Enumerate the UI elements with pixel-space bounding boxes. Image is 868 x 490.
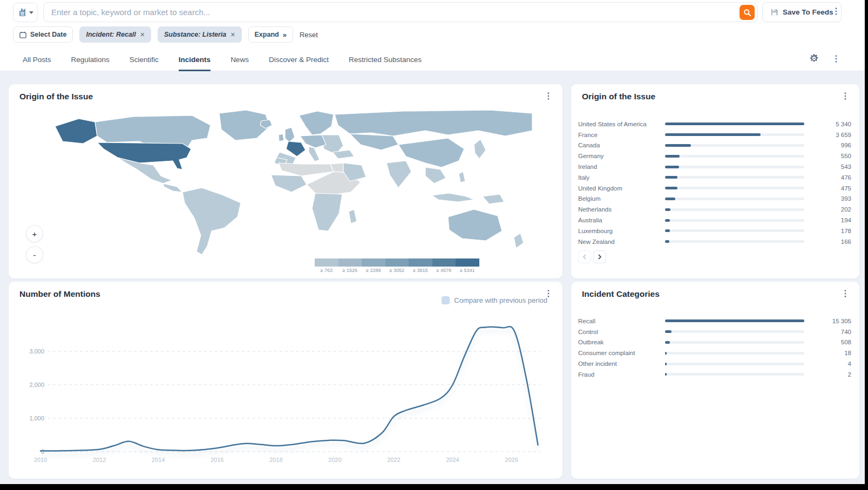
reset-filters-link[interactable]: Reset <box>300 31 318 39</box>
country-value: 194 <box>804 217 851 223</box>
central-asia-region[interactable] <box>350 134 398 150</box>
bar-track <box>665 240 804 243</box>
compare-label: Compare with previous period <box>454 296 547 304</box>
map-card-kebab-icon[interactable]: ⋮ <box>544 92 553 100</box>
y-axis-tick: 1,000 <box>29 415 44 421</box>
tab-regulations[interactable]: Regulations <box>71 47 110 71</box>
tab-incidents[interactable]: Incidents <box>179 47 211 71</box>
market-selector-button[interactable] <box>13 3 38 22</box>
russia-region[interactable] <box>335 110 532 136</box>
alaska-region[interactable] <box>55 119 97 144</box>
filter-chip-text: Incident: Recall <box>86 31 135 38</box>
filter-chip-text: Substance: Listeria <box>164 31 226 38</box>
central-america-region[interactable] <box>163 183 182 192</box>
expand-button[interactable]: Expand » <box>248 26 293 43</box>
chevron-left-icon <box>582 254 587 260</box>
country-value: 202 <box>804 206 851 213</box>
south-america-region[interactable] <box>182 188 241 255</box>
compare-checkbox[interactable] <box>442 296 450 304</box>
philippines-region[interactable] <box>459 172 465 182</box>
table-row: Ireland543 <box>578 161 851 172</box>
bar-fill <box>665 166 679 168</box>
compare-legend: Compare with previous period <box>442 296 547 304</box>
x-axis-tick: 2016 <box>211 457 223 463</box>
bar-fill <box>665 240 669 243</box>
x-axis-tick: 2024 <box>446 457 459 463</box>
japan-region[interactable] <box>474 139 486 159</box>
save-to-feeds-button[interactable]: Save To Feeds <box>762 2 842 22</box>
select-date-button[interactable]: Select Date <box>13 26 73 43</box>
app-window: Save To Feeds ⋮ Select Date Incident: Re… <box>0 0 865 484</box>
topbar-kebab-menu-icon[interactable]: ⋮ <box>832 7 840 16</box>
bar-fill <box>665 155 680 158</box>
madagascar-region[interactable] <box>349 209 357 223</box>
table-row: Consumer complaint18 <box>578 348 851 358</box>
categories-card-title: Incident Categories <box>582 289 660 299</box>
table-row: United States of America5 340 <box>578 119 851 130</box>
mentions-chart-card: Number of Mentions ⋮ Compare with previo… <box>9 282 562 479</box>
bar-fill <box>665 187 677 189</box>
tab-news[interactable]: News <box>230 47 249 71</box>
categories-card-kebab-icon[interactable]: ⋮ <box>841 289 850 298</box>
map-legend: ≥ 763≥ 1526≥ 2289≥ 3052≥ 3815≥ 4578≥ 534… <box>315 258 479 273</box>
indonesia-region[interactable] <box>432 193 474 202</box>
table-row: France3 659 <box>578 130 851 140</box>
category-label: Recall <box>578 318 665 324</box>
country-label: France <box>578 132 665 138</box>
tab-restricted-substances[interactable]: Restricted Substances <box>349 47 422 71</box>
close-icon[interactable]: × <box>230 31 235 38</box>
tab-discover-predict[interactable]: Discover & Predict <box>269 47 329 71</box>
north-africa-west-region[interactable] <box>279 163 334 176</box>
bar-fill <box>665 341 670 344</box>
ireland-region-region[interactable] <box>279 134 284 141</box>
origins-card-kebab-icon[interactable]: ⋮ <box>841 92 850 100</box>
categories-bar-list: Recall15 305Control740Outbreak508Consume… <box>578 316 851 380</box>
australia-region[interactable] <box>448 209 502 241</box>
category-value: 15 305 <box>804 318 851 324</box>
filter-chip-incident: Incident: Recall× <box>79 26 151 43</box>
map-zoom-out-button[interactable]: - <box>26 246 43 263</box>
x-axis-tick: 2010 <box>34 457 47 463</box>
search-input[interactable] <box>51 3 737 22</box>
close-icon[interactable]: × <box>140 31 145 38</box>
next-page-button[interactable] <box>593 250 606 263</box>
tab-scientific[interactable]: Scientific <box>130 47 159 71</box>
prev-page-button[interactable] <box>578 250 591 263</box>
bar-track <box>665 133 804 136</box>
bar-track <box>665 219 804 222</box>
tab-all-posts[interactable]: All Posts <box>23 47 51 71</box>
india-region[interactable] <box>386 161 411 188</box>
southern-africa-region[interactable] <box>312 193 342 231</box>
settings-gear-icon[interactable] <box>809 53 819 65</box>
new-zealand-region[interactable] <box>514 233 524 248</box>
central-europe-region[interactable] <box>300 135 326 148</box>
italy-region[interactable] <box>309 147 320 161</box>
table-row: Other incident4 <box>578 358 851 369</box>
mentions-line-chart[interactable]: 01,0002,0003,000201020122014201620182020… <box>9 314 562 476</box>
world-choropleth-map[interactable] <box>48 110 533 257</box>
search-button[interactable] <box>740 5 755 20</box>
table-row: Canada996 <box>578 140 851 151</box>
table-row: Australia194 <box>578 215 851 226</box>
bar-fill <box>665 319 804 322</box>
bar-fill <box>665 219 670 222</box>
china-region[interactable] <box>398 138 464 167</box>
west-africa-region[interactable] <box>271 175 307 192</box>
southeast-asia-region[interactable] <box>425 167 446 183</box>
legend-threshold-label: ≥ 1526 <box>338 268 362 273</box>
table-row: Fraud2 <box>578 369 851 380</box>
tabs-kebab-menu-icon[interactable]: ⋮ <box>832 55 840 63</box>
united-kingdom-region[interactable] <box>285 127 295 142</box>
country-label: Ireland <box>578 164 665 170</box>
country-value: 178 <box>804 228 851 234</box>
legend-threshold-label: ≥ 3815 <box>409 268 432 273</box>
category-label: Fraud <box>578 371 665 378</box>
france-region[interactable] <box>286 141 306 156</box>
screen-right-edge <box>865 0 868 490</box>
tabs-bar: All PostsRegulationsScientificIncidentsN… <box>0 47 865 71</box>
papua-region[interactable] <box>483 194 504 204</box>
map-zoom-in-button[interactable]: + <box>26 225 43 242</box>
bar-track <box>665 144 804 147</box>
scandinavia-region[interactable] <box>299 111 334 135</box>
table-row: Luxembourg178 <box>578 226 851 236</box>
